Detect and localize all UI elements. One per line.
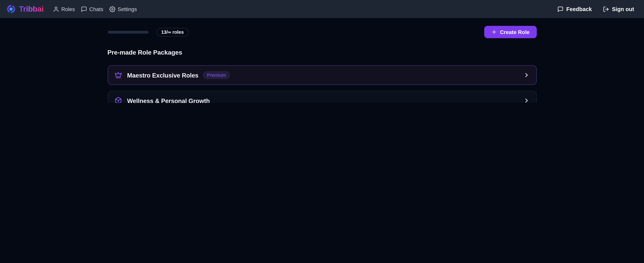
- packages-section-title: Pre-made Role Packages: [107, 49, 536, 56]
- feedback-label: Feedback: [566, 6, 592, 12]
- roles-count-badge: 13/∞ roles: [156, 28, 189, 36]
- gear-icon: [110, 6, 116, 12]
- nav-item-label: Roles: [61, 6, 75, 12]
- chat-bubble-icon: [81, 6, 87, 12]
- nav-item-label: Chats: [89, 6, 103, 12]
- app-root: Tribbai Roles Chats Settings: [0, 0, 644, 103]
- nav-item-label: Settings: [118, 6, 137, 12]
- navbar: Tribbai Roles Chats Settings: [0, 0, 644, 18]
- package-icon: [114, 97, 122, 103]
- premium-badge: Premium: [203, 71, 230, 79]
- nav-item-settings[interactable]: Settings: [110, 6, 137, 12]
- package-list: Maestro Exclusive Roles Premium Wellness…: [107, 65, 536, 103]
- main-content: 13/∞ roles Create Role Pre-made Role Pac…: [107, 26, 536, 103]
- brand-name: Tribbai: [19, 4, 44, 13]
- navbar-actions: Feedback Sign out: [557, 6, 634, 12]
- crown-icon: [114, 71, 122, 79]
- create-role-button[interactable]: Create Role: [484, 26, 536, 38]
- plus-icon: [491, 29, 497, 35]
- primary-nav: Roles Chats Settings: [53, 6, 137, 12]
- signout-label: Sign out: [612, 6, 634, 12]
- logout-icon: [603, 6, 609, 12]
- nav-item-roles[interactable]: Roles: [53, 6, 75, 12]
- user-icon: [53, 6, 59, 12]
- package-row-maestro[interactable]: Maestro Exclusive Roles Premium: [107, 65, 536, 85]
- roles-progress-bar: [107, 30, 148, 33]
- feedback-button[interactable]: Feedback: [557, 6, 592, 12]
- brand[interactable]: Tribbai: [6, 4, 44, 13]
- roles-usage: 13/∞ roles: [107, 28, 189, 36]
- package-title: Wellness & Personal Growth: [127, 97, 210, 103]
- signout-button[interactable]: Sign out: [603, 6, 634, 12]
- brand-logo-icon: [6, 4, 16, 13]
- roles-header-row: 13/∞ roles Create Role: [107, 26, 536, 38]
- create-role-label: Create Role: [500, 29, 530, 35]
- chat-bubble-icon: [557, 6, 563, 12]
- nav-item-chats[interactable]: Chats: [81, 6, 103, 12]
- package-title: Maestro Exclusive Roles: [127, 72, 198, 78]
- chevron-right-icon: [523, 97, 530, 103]
- package-row-wellness[interactable]: Wellness & Personal Growth: [107, 91, 536, 103]
- chevron-right-icon: [523, 72, 530, 78]
